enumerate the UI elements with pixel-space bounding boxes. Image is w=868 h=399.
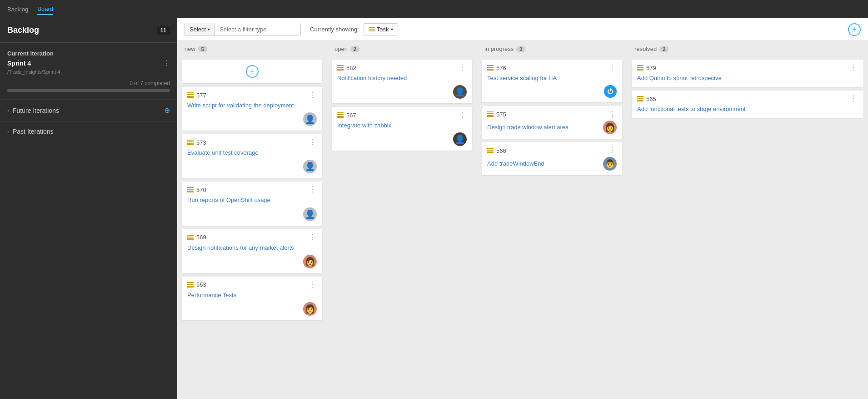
card-563-title[interactable]: Performance Tests: [187, 291, 317, 299]
card-573-menu[interactable]: ⋮: [308, 139, 317, 146]
card-575-title[interactable]: Design trade window alert area: [487, 123, 603, 131]
card-563-footer: 👩: [187, 302, 317, 316]
task-type-dropdown[interactable]: Task ▾: [364, 23, 398, 35]
task-lines-icon-582: [337, 65, 344, 71]
task-icon: [369, 27, 375, 32]
card-576: 576 ⋮ Test service scaling for HA: [482, 60, 622, 102]
svg-rect-1: [369, 29, 375, 30]
card-567-avatar: 👤: [453, 132, 467, 146]
add-card-icon: +: [246, 65, 259, 78]
column-new-cards: + 577 ⋮ Write script for validating the …: [177, 57, 327, 399]
card-565-title[interactable]: Add functional tests to stage environmen…: [637, 105, 858, 113]
column-open: open 2 582 ⋮ Notification history n: [327, 41, 477, 399]
column-resolved-cards: 579 ⋮ Add Quinn to sprint retrospecive 5…: [627, 57, 868, 399]
card-582: 582 ⋮ Notification history needed 👤: [332, 60, 472, 103]
past-iterations-toggle[interactable]: › Past Iterations: [0, 121, 177, 141]
card-576-footer: [487, 85, 617, 98]
column-in-progress-label: in progress: [484, 45, 514, 52]
add-card-button[interactable]: +: [182, 60, 322, 83]
sidebar-badge: 11: [157, 26, 170, 35]
sprint-menu-icon[interactable]: ⋮: [163, 59, 170, 67]
card-582-header: 582 ⋮: [337, 64, 467, 71]
filter-group: Select ▾: [185, 23, 301, 36]
nav-backlog[interactable]: Backlog: [7, 4, 28, 15]
filter-select-button[interactable]: Select ▾: [185, 23, 215, 35]
card-582-id-row: 582: [337, 65, 356, 71]
current-iteration-label: Current Iteration: [7, 50, 170, 57]
card-570-footer: 👤: [187, 207, 317, 221]
column-resolved-label: resolved: [634, 45, 657, 52]
column-open-cards: 582 ⋮ Notification history needed 👤: [327, 57, 477, 399]
sidebar: Backlog 11 Current Iteration Sprint 4 ⋮ …: [0, 18, 177, 399]
add-icon: +: [852, 25, 857, 34]
card-576-title[interactable]: Test service scaling for HA: [487, 74, 617, 82]
card-579-header: 579 ⋮: [637, 64, 858, 71]
progress-bar: [7, 89, 170, 92]
add-item-button[interactable]: +: [848, 23, 861, 36]
column-in-progress-count: 3: [516, 46, 525, 52]
card-582-menu[interactable]: ⋮: [458, 64, 467, 71]
column-new: new 5 + 577 ⋮: [177, 41, 327, 399]
task-lines-icon-566: [487, 148, 494, 153]
card-579: 579 ⋮ Add Quinn to sprint retrospecive: [632, 60, 863, 87]
card-563-menu[interactable]: ⋮: [308, 281, 317, 288]
card-575: 575 ⋮ Design trade window alert area 👩: [482, 106, 622, 139]
task-lines-icon-563: [187, 282, 194, 288]
sprint-progress: 0 of 7 completed: [7, 80, 170, 86]
task-lines-icon-579: [637, 65, 644, 71]
card-567: 567 ⋮ Integrate with zabbix 👤: [332, 107, 472, 151]
card-567-menu[interactable]: ⋮: [458, 111, 467, 119]
column-in-progress: in progress 3 576 ⋮ Test service sc: [477, 41, 627, 399]
card-565-id: 565: [646, 96, 656, 102]
filter-type-input[interactable]: [215, 23, 300, 35]
card-577-header: 577 ⋮: [187, 91, 317, 99]
chevron-right-icon: ›: [7, 107, 9, 114]
card-577-title[interactable]: Write script for validating the deployme…: [187, 101, 317, 110]
sidebar-title: Backlog: [7, 25, 39, 35]
card-576-menu[interactable]: ⋮: [608, 64, 617, 71]
card-563-avatar: 👩: [303, 302, 317, 316]
card-570-header: 570 ⋮: [187, 186, 317, 193]
card-575-menu[interactable]: ⋮: [608, 111, 617, 118]
card-566-header: 566 ⋮: [487, 147, 617, 154]
card-569-menu[interactable]: ⋮: [308, 234, 317, 241]
task-lines-icon-573: [187, 140, 194, 145]
card-566-id: 566: [496, 147, 506, 154]
card-570-title[interactable]: Run reports of OpenShift usage: [187, 196, 317, 204]
card-569-title[interactable]: Design notifications for any market aler…: [187, 244, 317, 252]
card-570-menu[interactable]: ⋮: [308, 186, 317, 193]
card-577-id: 577: [196, 92, 206, 99]
card-565: 565 ⋮ Add functional tests to stage envi…: [632, 91, 863, 118]
card-573-avatar: 👤: [303, 160, 317, 173]
column-new-label: new: [185, 45, 195, 52]
card-570-id: 570: [196, 187, 206, 193]
card-573-title[interactable]: Evaluate unit test coverage: [187, 149, 317, 157]
card-579-title[interactable]: Add Quinn to sprint retrospecive: [637, 74, 858, 82]
card-577-menu[interactable]: ⋮: [308, 91, 317, 99]
card-577-footer: 👤: [187, 112, 317, 126]
past-iterations-label: Past Iterations: [13, 128, 54, 135]
card-582-avatar: 👤: [453, 85, 467, 99]
card-569-id-row: 569: [187, 234, 206, 241]
card-582-title[interactable]: Notification history needed: [337, 74, 467, 82]
card-563-id-row: 563: [187, 281, 206, 288]
task-lines-icon-565: [637, 96, 644, 101]
add-future-iteration-icon[interactable]: ⊕: [164, 106, 170, 115]
card-569-footer: 👩: [187, 255, 317, 268]
card-566-avatar: 👨: [603, 157, 617, 171]
card-565-menu[interactable]: ⋮: [849, 95, 858, 102]
card-569-id: 569: [196, 234, 206, 241]
sidebar-header: Backlog 11: [0, 18, 177, 43]
card-570-id-row: 570: [187, 187, 206, 193]
future-iterations-toggle[interactable]: › Future Iterations ⊕: [0, 99, 177, 121]
filter-select-label: Select: [190, 26, 206, 33]
card-566-menu[interactable]: ⋮: [608, 147, 617, 154]
card-567-title[interactable]: Integrate with zabbix: [337, 121, 467, 130]
sprint-name: Sprint 4: [7, 60, 31, 67]
task-dropdown-chevron: ▾: [391, 27, 393, 32]
task-lines-icon-570: [187, 187, 194, 192]
card-569-avatar: 👩: [303, 255, 317, 268]
card-566-title[interactable]: Add tradeWindowEnd: [487, 160, 603, 168]
nav-board[interactable]: Board: [37, 4, 53, 15]
card-579-menu[interactable]: ⋮: [849, 64, 858, 71]
